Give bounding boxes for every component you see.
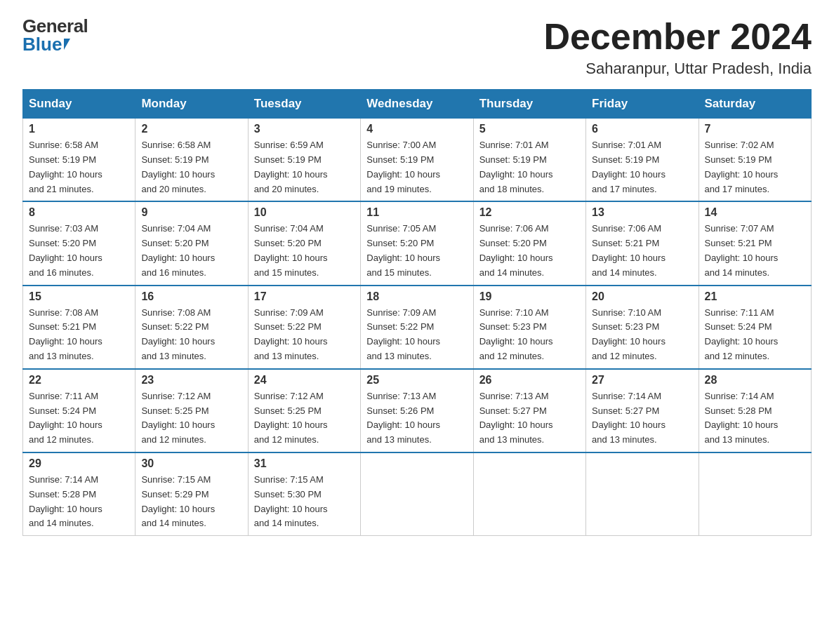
day-number: 4 — [366, 123, 467, 135]
calendar-cell: 24 Sunrise: 7:12 AM Sunset: 5:25 PM Dayl… — [248, 369, 360, 452]
calendar-cell: 22 Sunrise: 7:11 AM Sunset: 5:24 PM Dayl… — [23, 369, 135, 452]
day-number: 15 — [29, 290, 129, 303]
logo-general-text: General — [22, 17, 88, 35]
day-number: 16 — [141, 290, 241, 303]
calendar-cell: 20 Sunrise: 7:10 AM Sunset: 5:23 PM Dayl… — [586, 286, 699, 369]
calendar-cell: 16 Sunrise: 7:08 AM Sunset: 5:22 PM Dayl… — [135, 286, 248, 369]
calendar-cell: 11 Sunrise: 7:05 AM Sunset: 5:20 PM Dayl… — [361, 201, 473, 285]
day-info: Sunrise: 7:13 AM Sunset: 5:26 PM Dayligh… — [366, 389, 467, 448]
day-number: 25 — [366, 374, 467, 387]
day-info: Sunrise: 7:01 AM Sunset: 5:19 PM Dayligh… — [592, 138, 692, 196]
day-info: Sunrise: 7:15 AM Sunset: 5:30 PM Dayligh… — [254, 473, 355, 531]
day-number: 20 — [592, 290, 692, 303]
day-number: 29 — [29, 457, 129, 470]
calendar-cell: 29 Sunrise: 7:14 AM Sunset: 5:28 PM Dayl… — [23, 452, 135, 536]
day-number: 30 — [141, 457, 241, 470]
calendar-cell: 23 Sunrise: 7:12 AM Sunset: 5:25 PM Dayl… — [135, 369, 248, 452]
day-info: Sunrise: 7:09 AM Sunset: 5:22 PM Dayligh… — [366, 306, 467, 364]
day-info: Sunrise: 7:15 AM Sunset: 5:29 PM Dayligh… — [141, 473, 241, 531]
calendar-cell: 26 Sunrise: 7:13 AM Sunset: 5:27 PM Dayl… — [473, 369, 585, 452]
day-number: 12 — [479, 206, 580, 219]
header-monday: Monday — [135, 90, 248, 119]
day-number: 2 — [141, 123, 241, 135]
calendar-cell: 18 Sunrise: 7:09 AM Sunset: 5:22 PM Dayl… — [361, 286, 473, 369]
day-number: 11 — [366, 206, 467, 219]
day-info: Sunrise: 7:09 AM Sunset: 5:22 PM Dayligh… — [254, 306, 355, 364]
calendar-cell: 2 Sunrise: 6:58 AM Sunset: 5:19 PM Dayli… — [135, 119, 248, 202]
calendar-header-row: SundayMondayTuesdayWednesdayThursdayFrid… — [23, 90, 812, 119]
calendar-week-row: 29 Sunrise: 7:14 AM Sunset: 5:28 PM Dayl… — [23, 452, 812, 536]
calendar-cell: 21 Sunrise: 7:11 AM Sunset: 5:24 PM Dayl… — [699, 286, 811, 369]
day-number: 19 — [479, 290, 580, 303]
day-number: 17 — [254, 290, 355, 303]
day-number: 24 — [254, 374, 355, 387]
calendar-cell: 10 Sunrise: 7:04 AM Sunset: 5:20 PM Dayl… — [248, 201, 360, 285]
day-info: Sunrise: 7:14 AM Sunset: 5:28 PM Dayligh… — [705, 389, 805, 448]
calendar-cell: 17 Sunrise: 7:09 AM Sunset: 5:22 PM Dayl… — [248, 286, 360, 369]
calendar-week-row: 15 Sunrise: 7:08 AM Sunset: 5:21 PM Dayl… — [23, 286, 812, 369]
day-number: 8 — [29, 206, 129, 219]
calendar-cell — [586, 452, 699, 536]
header-thursday: Thursday — [473, 90, 585, 119]
day-info: Sunrise: 7:03 AM Sunset: 5:20 PM Dayligh… — [29, 222, 129, 280]
calendar-cell: 14 Sunrise: 7:07 AM Sunset: 5:21 PM Dayl… — [699, 201, 811, 285]
calendar-week-row: 22 Sunrise: 7:11 AM Sunset: 5:24 PM Dayl… — [23, 369, 812, 452]
calendar-cell: 15 Sunrise: 7:08 AM Sunset: 5:21 PM Dayl… — [23, 286, 135, 369]
day-info: Sunrise: 7:14 AM Sunset: 5:28 PM Dayligh… — [29, 473, 129, 531]
header-saturday: Saturday — [699, 90, 811, 119]
day-info: Sunrise: 7:02 AM Sunset: 5:19 PM Dayligh… — [705, 138, 805, 196]
day-info: Sunrise: 7:11 AM Sunset: 5:24 PM Dayligh… — [705, 306, 805, 364]
title-area: December 2024 Saharanpur, Uttar Pradesh,… — [543, 17, 812, 78]
day-number: 14 — [705, 206, 805, 219]
calendar-cell: 8 Sunrise: 7:03 AM Sunset: 5:20 PM Dayli… — [23, 201, 135, 285]
day-info: Sunrise: 7:12 AM Sunset: 5:25 PM Dayligh… — [254, 389, 355, 448]
day-info: Sunrise: 6:58 AM Sunset: 5:19 PM Dayligh… — [141, 138, 241, 196]
calendar-cell: 6 Sunrise: 7:01 AM Sunset: 5:19 PM Dayli… — [586, 119, 699, 202]
calendar-cell — [699, 452, 811, 536]
header-wednesday: Wednesday — [361, 90, 473, 119]
calendar-cell: 9 Sunrise: 7:04 AM Sunset: 5:20 PM Dayli… — [135, 201, 248, 285]
day-number: 31 — [254, 457, 355, 470]
day-info: Sunrise: 6:59 AM Sunset: 5:19 PM Dayligh… — [254, 138, 355, 196]
calendar-cell: 27 Sunrise: 7:14 AM Sunset: 5:27 PM Dayl… — [586, 369, 699, 452]
location-title: Saharanpur, Uttar Pradesh, India — [543, 60, 812, 78]
day-number: 18 — [366, 290, 467, 303]
calendar-cell: 19 Sunrise: 7:10 AM Sunset: 5:23 PM Dayl… — [473, 286, 585, 369]
day-number: 13 — [592, 206, 692, 219]
day-info: Sunrise: 7:00 AM Sunset: 5:19 PM Dayligh… — [366, 138, 467, 196]
day-info: Sunrise: 7:10 AM Sunset: 5:23 PM Dayligh… — [479, 306, 580, 364]
logo: General Blue — [22, 17, 88, 53]
calendar-cell: 13 Sunrise: 7:06 AM Sunset: 5:21 PM Dayl… — [586, 201, 699, 285]
day-info: Sunrise: 7:10 AM Sunset: 5:23 PM Dayligh… — [592, 306, 692, 364]
day-info: Sunrise: 7:08 AM Sunset: 5:21 PM Dayligh… — [29, 306, 129, 364]
day-number: 10 — [254, 206, 355, 219]
day-number: 5 — [479, 123, 580, 135]
page-header: General Blue December 2024 Saharanpur, U… — [22, 17, 812, 78]
calendar-week-row: 1 Sunrise: 6:58 AM Sunset: 5:19 PM Dayli… — [23, 119, 812, 202]
day-info: Sunrise: 7:12 AM Sunset: 5:25 PM Dayligh… — [141, 389, 241, 448]
day-number: 27 — [592, 374, 692, 387]
day-number: 28 — [705, 374, 805, 387]
day-info: Sunrise: 7:04 AM Sunset: 5:20 PM Dayligh… — [141, 222, 241, 280]
header-tuesday: Tuesday — [248, 90, 360, 119]
logo-triangle-icon — [64, 39, 70, 50]
calendar-cell: 1 Sunrise: 6:58 AM Sunset: 5:19 PM Dayli… — [23, 119, 135, 202]
calendar-cell: 31 Sunrise: 7:15 AM Sunset: 5:30 PM Dayl… — [248, 452, 360, 536]
day-info: Sunrise: 7:07 AM Sunset: 5:21 PM Dayligh… — [705, 222, 805, 280]
calendar-cell: 25 Sunrise: 7:13 AM Sunset: 5:26 PM Dayl… — [361, 369, 473, 452]
day-number: 23 — [141, 374, 241, 387]
day-number: 1 — [29, 123, 129, 135]
day-info: Sunrise: 7:08 AM Sunset: 5:22 PM Dayligh… — [141, 306, 241, 364]
day-number: 7 — [705, 123, 805, 135]
header-sunday: Sunday — [23, 90, 135, 119]
day-info: Sunrise: 7:06 AM Sunset: 5:20 PM Dayligh… — [479, 222, 580, 280]
calendar-cell — [473, 452, 585, 536]
calendar-cell: 5 Sunrise: 7:01 AM Sunset: 5:19 PM Dayli… — [473, 119, 585, 202]
day-info: Sunrise: 7:04 AM Sunset: 5:20 PM Dayligh… — [254, 222, 355, 280]
calendar-cell: 12 Sunrise: 7:06 AM Sunset: 5:20 PM Dayl… — [473, 201, 585, 285]
logo-blue-text: Blue — [22, 35, 62, 53]
day-number: 22 — [29, 374, 129, 387]
day-info: Sunrise: 7:05 AM Sunset: 5:20 PM Dayligh… — [366, 222, 467, 280]
day-number: 6 — [592, 123, 692, 135]
day-info: Sunrise: 7:06 AM Sunset: 5:21 PM Dayligh… — [592, 222, 692, 280]
